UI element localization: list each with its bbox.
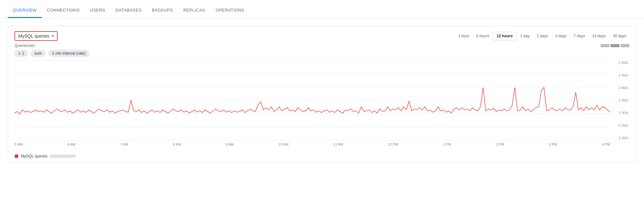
time-btn-30d[interactable]: 30 days [610, 32, 630, 40]
tab-backups[interactable]: BACKUPS [147, 8, 178, 18]
legend-color-bars [601, 44, 630, 47]
tab-databases[interactable]: DATABASES [111, 8, 147, 18]
time-btn-7d[interactable]: 7 days [571, 32, 588, 40]
time-btn-4d[interactable]: 4 days [552, 32, 570, 40]
time-btn-6h[interactable]: 6 hours [473, 32, 492, 40]
chart-container: 2.50/s2.45/s2.40/s2.35/s2.30/s2.25/s2.20… [14, 60, 630, 150]
y-label: 2.25/s [610, 123, 630, 127]
y-label: 2.45/s [610, 73, 630, 77]
filter-pill-sum[interactable]: sum [31, 50, 46, 57]
nav-tabs: OVERVIEWCONNECTIONSUSERSDATABASESBACKUPS… [0, 0, 644, 18]
legend-bar-2 [610, 44, 620, 47]
chart-svg [14, 60, 610, 140]
dropdown-arrow-icon: ▾ [52, 34, 54, 38]
x-label: 3 PM [549, 142, 557, 146]
x-label: 11 AM [333, 142, 343, 146]
time-btn-1h[interactable]: 1 hour [455, 32, 472, 40]
chart-dropdown[interactable]: MySQL queries ▾ [14, 31, 58, 41]
legend-value-bar [50, 155, 76, 158]
pill-label-interval: 1 min interval (rate) [52, 51, 85, 56]
filter-row: ≡1sum1 min interval (rate) [14, 50, 630, 57]
legend-label: MySQL queries [21, 154, 47, 158]
y-label: 2.50/s [610, 61, 630, 65]
filter-pill-filter1[interactable]: ≡1 [14, 50, 28, 57]
x-label: 1 PM [443, 142, 451, 146]
legend-dot [14, 154, 18, 158]
queries-row: Queries/sec [14, 43, 630, 48]
x-axis: 5 AM6 AM7 AM8 AM9 AM10 AM11 AM12 PM1 PM2… [14, 140, 610, 150]
legend-row: MySQL queries [14, 153, 630, 158]
y-label: 2.30/s [610, 111, 630, 115]
legend-bar-1 [601, 44, 610, 47]
y-axis: 2.50/s2.45/s2.40/s2.35/s2.30/s2.25/s2.20… [610, 60, 630, 140]
filter-pill-interval[interactable]: 1 min interval (rate) [48, 50, 89, 57]
time-range-buttons: 1 hour6 hours12 hours1 day2 days4 days7 … [455, 32, 630, 40]
x-label: 6 AM [67, 142, 75, 146]
time-btn-1d[interactable]: 1 day [517, 32, 533, 40]
pill-label-sum: sum [34, 51, 42, 56]
x-label: 10 AM [278, 142, 288, 146]
chart-card: MySQL queries ▾ 1 hour6 hours12 hours1 d… [8, 26, 636, 163]
x-label: 12 PM [388, 142, 398, 146]
pill-label-filter1: 1 [22, 51, 24, 56]
tab-connections[interactable]: CONNECTIONS [42, 8, 85, 18]
x-label: 5 AM [14, 142, 23, 146]
y-label: 2.35/s [610, 98, 630, 102]
queries-label: Queries/sec [14, 43, 35, 48]
x-label: 9 AM [226, 142, 234, 146]
time-btn-14d[interactable]: 14 days [589, 32, 609, 40]
main-content: MySQL queries ▾ 1 hour6 hours12 hours1 d… [0, 18, 644, 168]
legend-bar-3 [620, 44, 630, 47]
pill-icon-filter1: ≡ [18, 51, 20, 55]
tab-overview[interactable]: OVERVIEW [8, 8, 42, 18]
chart-header: MySQL queries ▾ 1 hour6 hours12 hours1 d… [14, 31, 630, 41]
y-label: 2.40/s [610, 86, 630, 90]
tab-operations[interactable]: OPERATIONS [210, 8, 249, 18]
x-label: 4 PM [602, 142, 610, 146]
time-btn-12h[interactable]: 12 hours [493, 32, 516, 40]
tab-replicas[interactable]: REPLICAS [178, 8, 210, 18]
chart-dropdown-label: MySQL queries [18, 33, 49, 39]
y-label: 2.20/s [610, 136, 630, 140]
tab-users[interactable]: USERS [85, 8, 110, 18]
x-label: 2 PM [496, 142, 504, 146]
x-label: 7 AM [120, 142, 128, 146]
time-btn-2d[interactable]: 2 days [533, 32, 551, 40]
x-label: 8 AM [173, 142, 181, 146]
